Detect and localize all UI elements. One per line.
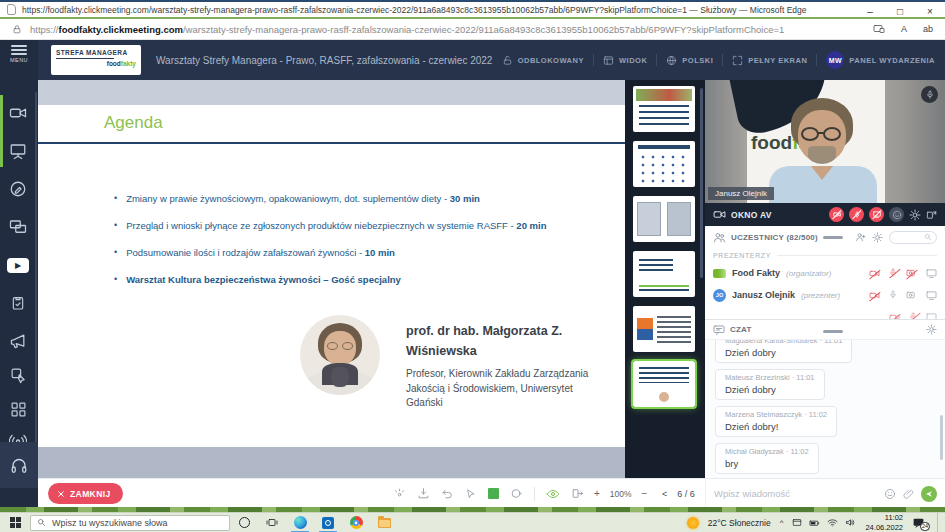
participant-row[interactable]: JO Janusz Olejnik (prezenter)	[705, 284, 945, 306]
taskbar-search[interactable]	[30, 515, 230, 531]
slide-thumbnail-3[interactable]	[633, 196, 695, 242]
cortana-icon	[239, 517, 250, 528]
survey-tool-button[interactable]	[0, 288, 36, 318]
close-button[interactable]: ×	[915, 4, 945, 19]
header-actions: ODBLOKOWANY WIDOK POLSKI PEŁNY EKRAN MW …	[502, 40, 935, 80]
undo-icon[interactable]	[441, 487, 454, 500]
taskbar-explorer-button[interactable]	[370, 513, 398, 532]
popout-icon[interactable]	[926, 209, 937, 220]
slide-title-rule	[38, 142, 625, 144]
people-icon	[713, 232, 726, 243]
webcam-on-icon[interactable]	[906, 291, 917, 300]
weather-label[interactable]: 22°C Słonecznie	[708, 518, 771, 528]
camera-off-icon[interactable]	[869, 291, 880, 300]
taskbar-chrome-button[interactable]	[342, 513, 370, 532]
tray-battery-icon[interactable]	[809, 519, 820, 527]
send-message-button[interactable]	[921, 486, 937, 502]
presentation-tool-button[interactable]	[0, 136, 36, 166]
visibility-eye-icon[interactable]	[546, 488, 560, 500]
exit-fullscreen-icon[interactable]	[571, 487, 584, 500]
participant-row[interactable]: Food Fakty (organizator)	[705, 262, 945, 284]
event-panel-button[interactable]: MW PANEL WYDARZENIA	[826, 51, 935, 69]
mic-on-icon[interactable]	[889, 290, 897, 300]
room-lock-button[interactable]: ODBLOKOWANY	[502, 55, 584, 66]
send-to-device-icon[interactable]	[873, 24, 885, 34]
chat-message-input[interactable]	[714, 488, 884, 499]
cursor-icon[interactable]	[465, 488, 477, 500]
chat-settings-gear-icon[interactable]	[926, 324, 937, 335]
menu-button[interactable]: MENU	[0, 45, 38, 63]
mic-off-button[interactable]	[849, 207, 864, 222]
lock-icon[interactable]	[12, 24, 22, 35]
chat-drag-handle[interactable]	[823, 330, 843, 333]
clock[interactable]: 11:02 24.06.2022	[865, 513, 903, 532]
address-bar-actions: A ab	[873, 24, 933, 34]
attachment-paperclip-icon[interactable]	[903, 488, 914, 500]
support-headset-button[interactable]	[0, 442, 38, 488]
mic-off-icon[interactable]	[889, 268, 897, 278]
av-settings-gear-icon[interactable]	[909, 209, 921, 221]
previous-slide-button[interactable]: <	[662, 489, 667, 499]
slide-thumbnail-5[interactable]	[633, 306, 695, 352]
video-mic-button[interactable]	[921, 86, 938, 103]
participant-row-clipped	[705, 306, 945, 320]
maximize-button[interactable]: □	[885, 4, 915, 19]
whiteboard-pen-button[interactable]	[0, 174, 36, 204]
slide-thumbnail-2[interactable]	[633, 141, 695, 187]
webinar-title: Warsztaty Strefy Managera - Prawo, RASFF…	[156, 55, 492, 66]
slide-thumbnail-4[interactable]	[633, 251, 695, 297]
screen-share-icon[interactable]	[926, 269, 937, 278]
camera-tool-button[interactable]	[0, 98, 36, 128]
weather-sun-icon[interactable]	[687, 517, 699, 529]
tray-expand-chevron[interactable]: ^	[780, 518, 784, 527]
chat-scrollbar[interactable]	[940, 415, 943, 460]
screen-share-icon[interactable]	[926, 291, 937, 300]
language-button[interactable]: POLSKI	[666, 55, 713, 66]
view-button[interactable]: WIDOK	[603, 55, 647, 66]
screen-share-button[interactable]	[0, 212, 36, 242]
translate-icon[interactable]: ab	[923, 24, 933, 34]
tray-window-icon[interactable]	[792, 518, 802, 527]
emoji-icon[interactable]	[884, 488, 896, 500]
read-aloud-icon[interactable]: A	[901, 24, 907, 34]
shape-tool-icon[interactable]	[510, 487, 523, 500]
zoom-in-button[interactable]: +	[594, 488, 600, 499]
fullscreen-button[interactable]: PEŁNY EKRAN	[732, 55, 807, 66]
zoom-out-button[interactable]: −	[642, 488, 648, 499]
slide-thumbnail-1[interactable]	[633, 86, 695, 132]
add-person-icon[interactable]	[855, 232, 866, 242]
camera-off-button[interactable]	[829, 207, 844, 222]
slide-thumbnail-6-active[interactable]	[633, 361, 695, 407]
play-icon: ▶	[7, 258, 29, 273]
cortana-button[interactable]	[230, 513, 258, 532]
laser-pointer-icon[interactable]	[393, 487, 406, 500]
webinar-header: STREFA MANAGERA foodfakty Warsztaty Stre…	[38, 40, 945, 80]
webcam-off-icon[interactable]	[906, 269, 917, 278]
task-view-button[interactable]	[258, 513, 286, 532]
close-presentation-button[interactable]: ZAMKNIJ	[48, 483, 123, 504]
color-swatch[interactable]	[488, 488, 499, 499]
taskbar-search-input[interactable]	[52, 518, 223, 528]
start-button[interactable]	[0, 513, 30, 532]
thumbnails-scrollbar[interactable]	[700, 88, 703, 278]
tray-wifi-icon[interactable]	[827, 518, 838, 527]
download-icon[interactable]	[417, 487, 430, 500]
screen-off-button[interactable]	[869, 207, 884, 222]
camera-off-icon[interactable]	[869, 269, 880, 278]
youtube-tool-button[interactable]: ▶	[0, 250, 36, 280]
participants-drag-handle[interactable]	[823, 236, 843, 239]
notification-center-button[interactable]: 24	[912, 517, 928, 529]
show-desktop-button[interactable]	[937, 513, 941, 532]
apps-grid-button[interactable]	[0, 394, 36, 424]
minimize-button[interactable]: –	[855, 4, 885, 19]
chat-panel: CZAT Magdalena Kania-Smolarek · 11:01 Dz…	[705, 320, 945, 478]
cta-tool-button[interactable]	[0, 360, 36, 390]
tray-volume-icon[interactable]	[845, 518, 856, 527]
participants-settings-gear-icon[interactable]	[872, 232, 883, 243]
taskbar-outlook-button[interactable]	[314, 513, 342, 532]
taskbar-edge-button[interactable]	[286, 513, 314, 532]
participants-search-input[interactable]	[889, 231, 937, 244]
url-field[interactable]: https://foodfakty.clickmeeting.com/warsz…	[30, 24, 784, 35]
reactions-button[interactable]	[889, 207, 904, 222]
announcement-tool-button[interactable]	[0, 326, 36, 356]
